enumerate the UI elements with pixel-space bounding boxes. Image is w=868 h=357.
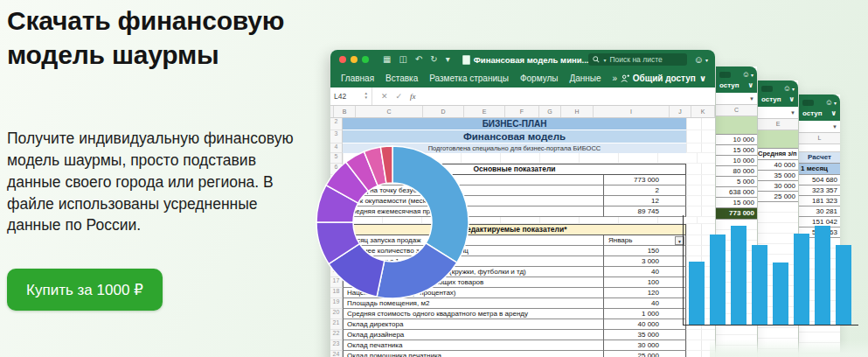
sheet-cell-value[interactable]: 150 (603, 246, 686, 256)
grid-gutter[interactable] (686, 130, 715, 144)
sheet-cell-label[interactable]: Оклад печатника (343, 340, 603, 351)
toolbar-icon[interactable]: ◫ (399, 55, 406, 64)
sheet-cell-value[interactable]: 5 000 (716, 177, 757, 187)
sheet-cell-header[interactable]: 1 месяц (799, 164, 840, 175)
sheet-merged-cell[interactable]: БИЗНЕС-ПЛАН (343, 118, 686, 130)
column-header[interactable]: E (464, 106, 505, 117)
row-number[interactable]: 22 (330, 330, 343, 340)
cancel-entry-icon[interactable]: ✕ (381, 92, 388, 101)
filter-arrow-icon[interactable]: ▼ (749, 96, 754, 102)
ribbon-tab[interactable]: » (613, 74, 618, 83)
grid-gutter[interactable] (686, 144, 715, 153)
sheet-cell-value[interactable]: 30 000 (603, 340, 686, 351)
column-header[interactable]: I (594, 106, 670, 117)
column-header[interactable]: H (561, 106, 594, 117)
sheet-cell-value[interactable]: 40 000 (603, 319, 686, 330)
cell-ref-stepper[interactable]: ▲▼ (365, 92, 368, 101)
ribbon-tab[interactable]: Вставка (385, 74, 418, 83)
sheet-cell-value[interactable]: 35 000 (758, 171, 798, 181)
sheet-cell-value[interactable]: 1 000 (603, 309, 686, 319)
sheet-cell-label[interactable]: Оклад директора (343, 319, 603, 330)
sheet-cell-value[interactable]: 25 000 (758, 192, 798, 202)
ribbon-tab[interactable]: Данные (569, 74, 601, 83)
column-header[interactable]: F (505, 106, 539, 117)
share-button[interactable]: оступ∨ (719, 81, 753, 89)
toolbar-icon[interactable]: ↻ (430, 55, 437, 64)
sheet-cell-value[interactable]: 773 000 (603, 175, 686, 186)
sheet-cell-value[interactable]: 30 000 (758, 181, 798, 192)
toolbar-icon[interactable]: ↶ (415, 55, 422, 64)
zoom-button[interactable] (362, 56, 369, 63)
sheet-cell-value[interactable]: 3 000 (603, 256, 686, 267)
sheet-cell-value[interactable]: 40 (603, 267, 686, 277)
toolbar-icon[interactable]: ▾ (446, 55, 450, 64)
smiley-menu-button[interactable]: ☺ ▾ (694, 54, 708, 65)
column-header[interactable]: D (423, 106, 464, 117)
ribbon-tab[interactable]: Разметка страницы (429, 74, 509, 83)
sheet-cell-value[interactable]: 15 000 (716, 198, 757, 208)
cell-reference-box[interactable]: L42 ▲▼ (330, 88, 372, 105)
column-header[interactable]: G (539, 106, 561, 117)
share-button[interactable]: оступ∨ (761, 95, 795, 103)
toolbar-icon[interactable]: ▦ (383, 55, 391, 64)
row-number[interactable]: 23 (330, 340, 343, 351)
filter-arrow-icon[interactable]: ▼ (832, 124, 837, 130)
sheet-cell-value[interactable]: 10 000 (716, 135, 757, 145)
smiley-menu-button[interactable]: ☺▾ (825, 98, 837, 107)
grid-gutter[interactable] (686, 175, 715, 186)
sheet-cell-label[interactable]: Средняя стоимость одного квадратного мет… (343, 309, 603, 319)
minimize-button[interactable] (351, 56, 358, 63)
sheet-cell-value[interactable]: 323 357 (799, 186, 840, 196)
row-number[interactable]: 2 (330, 118, 343, 130)
column-header[interactable]: C (356, 106, 423, 117)
smiley-menu-button[interactable]: ☺▾ (783, 84, 795, 93)
sheet-cell-green[interactable] (716, 116, 757, 135)
share-button[interactable]: оступ∨ (802, 109, 837, 117)
grid-gutter[interactable] (686, 164, 715, 175)
column-header[interactable]: E (758, 119, 798, 130)
sheet-cell-value[interactable]: 25 000 (603, 351, 686, 357)
sheet-cell-label[interactable]: Оклад помощника печатника (343, 351, 603, 357)
smiley-menu-button[interactable]: ☺▾ (742, 70, 753, 79)
share-button[interactable]: Общий доступ ∨ (621, 74, 706, 83)
sheet-cell-value[interactable]: 40 (603, 298, 686, 309)
grid-gutter[interactable] (686, 196, 715, 206)
ribbon-tab[interactable]: Главная (341, 74, 374, 83)
sheet-cell-value[interactable]: 100 (603, 277, 686, 288)
sheet-cell-value[interactable]: 10 000 (716, 156, 757, 166)
confirm-entry-icon[interactable]: ✓ (396, 92, 403, 101)
sheet-cell-value[interactable]: 80 000 (716, 166, 757, 177)
row-number[interactable]: 20 (330, 309, 343, 319)
sheet-cell-value[interactable]: 89 745 (603, 206, 686, 217)
sheet-cell-value[interactable]: 2 (603, 186, 686, 196)
row-number[interactable]: 24 (330, 351, 343, 357)
column-header[interactable]: C (716, 105, 757, 116)
sheet-cell-label[interactable]: Оклад дизайнера (343, 330, 603, 340)
filter-arrow-icon[interactable]: ▼ (790, 110, 795, 116)
search-input[interactable]: ▾ Поиск на листе (588, 53, 686, 66)
sheet-cell-value[interactable]: Январь▼ (603, 235, 686, 246)
column-header[interactable]: L (799, 133, 840, 144)
sheet-cell[interactable] (799, 144, 840, 152)
column-header[interactable]: K (691, 106, 715, 117)
sheet-cell-value[interactable]: 12 (603, 196, 686, 206)
close-button[interactable] (339, 56, 346, 63)
sheet-cell-value[interactable]: 40 000 (758, 160, 798, 171)
sheet-cell-value[interactable]: 35 000 (603, 330, 686, 340)
column-header[interactable]: J (670, 106, 691, 117)
sheet-cell-label[interactable]: Средняя з/п (758, 149, 798, 160)
column-header[interactable]: B (334, 106, 356, 117)
grid-gutter[interactable] (686, 118, 715, 130)
ribbon-tab[interactable]: Формулы (520, 74, 559, 83)
row-number[interactable]: 21 (330, 319, 343, 330)
sheet-cell-value[interactable]: 15 000 (716, 145, 757, 156)
sheet-cell-value[interactable]: 181 323 (799, 196, 840, 206)
grid-gutter[interactable] (686, 186, 715, 196)
sheet-cell-header[interactable]: Расчет (799, 152, 840, 164)
sheet-cell-value[interactable]: 638 000 (716, 187, 757, 198)
sheet-cell-green[interactable] (758, 130, 798, 149)
sheet-cell-value[interactable]: 504 680 (799, 175, 840, 186)
insert-function-icon[interactable]: fx (410, 92, 416, 101)
buy-button[interactable]: Купить за 1000 ₽ (7, 269, 163, 311)
sheet-cell-value[interactable]: 120 (603, 288, 686, 298)
